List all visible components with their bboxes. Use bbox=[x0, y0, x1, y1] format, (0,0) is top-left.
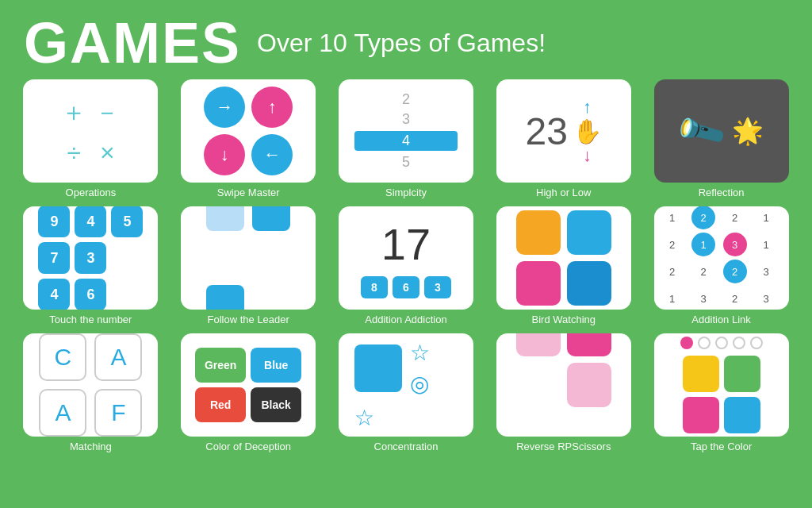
follow-sq5 bbox=[206, 285, 244, 310]
match-A: A bbox=[94, 333, 142, 381]
game-cell-reflection[interactable]: 🔦 🌟 Reflection bbox=[646, 79, 796, 198]
game-cell-reverse-rps[interactable]: Reverse RPScissors bbox=[488, 333, 638, 452]
lc13: 1 bbox=[661, 287, 684, 310]
touch-9: 9 bbox=[38, 206, 70, 237]
follow-sq4 bbox=[252, 239, 290, 277]
lc9: 2 bbox=[661, 260, 684, 283]
game-cell-matching[interactable]: C A A F Matching bbox=[16, 333, 166, 452]
game-cell-swipe-master[interactable]: → ↑ ↓ ← Swipe Master bbox=[174, 79, 324, 198]
game-label-operations: Operations bbox=[66, 187, 117, 198]
tap-sq-yellow bbox=[683, 356, 719, 392]
game-cell-addition-addiction[interactable]: 17 8 6 3 Addition Addiction bbox=[331, 206, 481, 325]
game-card-addition-addiction: 17 8 6 3 bbox=[339, 206, 473, 310]
touch-empty2 bbox=[111, 279, 143, 310]
lc12: 3 bbox=[754, 260, 778, 283]
game-card-reverse-rps bbox=[496, 333, 631, 437]
game-cell-high-or-low[interactable]: 23 ↑ ✋ ↓ High or Low bbox=[488, 79, 638, 198]
swipe-down: ↓ bbox=[204, 134, 245, 175]
game-label-matching: Matching bbox=[70, 441, 112, 452]
game-cell-bird-watching[interactable]: Bird Watching bbox=[488, 206, 638, 325]
game-cell-tap-color[interactable]: Tap the Color bbox=[646, 333, 796, 452]
game-card-high-or-low: 23 ↑ ✋ ↓ bbox=[496, 79, 631, 183]
lc4: 1 bbox=[754, 206, 778, 229]
conc-star-outline: ☆ bbox=[410, 340, 458, 366]
ops-minus: － bbox=[94, 95, 120, 130]
game-cell-simplicity[interactable]: 2 3 4 5 Simplcity bbox=[331, 79, 481, 198]
tap-sq-pink bbox=[683, 397, 719, 433]
conc-circle-outline: ◎ bbox=[410, 371, 458, 397]
sun-icon: 🌟 bbox=[732, 116, 764, 146]
rps-sq1 bbox=[516, 333, 561, 356]
lc16: 3 bbox=[754, 287, 778, 310]
game-card-bird-watching bbox=[496, 206, 631, 310]
lc14: 3 bbox=[691, 287, 715, 310]
follow-sq2 bbox=[252, 206, 290, 231]
game-cell-color-deception[interactable]: Green Blue Red Black Color of Deception bbox=[174, 333, 324, 452]
games-grid: ＋ － ÷ × Operations → ↑ ↓ ← Swipe Master … bbox=[0, 79, 812, 460]
header: GAMES Over 10 Types of Games! bbox=[0, 0, 812, 79]
game-label-color-deception: Color of Deception bbox=[205, 441, 291, 452]
game-card-operations: ＋ － ÷ × bbox=[23, 79, 158, 183]
bird-sq2 bbox=[567, 210, 611, 255]
header-subtitle: Over 10 Types of Games! bbox=[257, 29, 546, 58]
tap-dot5 bbox=[750, 337, 763, 349]
game-cell-concentration[interactable]: ☆ ◎ ☆ Concentration bbox=[331, 333, 481, 452]
bird-sq1 bbox=[516, 210, 561, 255]
lc1: 1 bbox=[661, 206, 684, 229]
ops-times: × bbox=[94, 138, 120, 167]
game-label-tap-color: Tap the Color bbox=[691, 441, 752, 452]
lc7: 3 bbox=[723, 233, 747, 256]
tap-dot1 bbox=[680, 337, 693, 349]
add-8: 8 bbox=[361, 276, 388, 298]
hol-number: 23 bbox=[526, 110, 568, 153]
sim-5: 5 bbox=[402, 154, 410, 171]
touch-6: 6 bbox=[75, 279, 106, 310]
tap-dot2 bbox=[698, 337, 710, 349]
game-card-simplicity: 2 3 4 5 bbox=[339, 79, 473, 183]
follow-sq6 bbox=[252, 285, 290, 310]
game-label-touch-number: Touch the number bbox=[49, 314, 132, 325]
game-card-tap-color bbox=[654, 333, 789, 437]
game-card-swipe-master: → ↑ ↓ ← bbox=[181, 79, 316, 183]
flashlight-icon: 🔦 bbox=[672, 104, 728, 158]
game-label-high-or-low: High or Low bbox=[536, 187, 591, 198]
game-card-reflection: 🔦 🌟 bbox=[654, 79, 789, 183]
game-label-addition-addiction: Addition Addiction bbox=[365, 314, 446, 325]
bird-sq4 bbox=[567, 261, 611, 306]
game-label-reverse-rps: Reverse RPScissors bbox=[516, 441, 611, 452]
rps-sq2 bbox=[567, 333, 611, 356]
game-label-follow-leader: Follow the Leader bbox=[208, 314, 289, 325]
lc5: 2 bbox=[661, 233, 684, 256]
game-label-addition-link: Addition Link bbox=[691, 314, 750, 325]
touch-3: 3 bbox=[75, 242, 106, 274]
game-cell-operations[interactable]: ＋ － ÷ × Operations bbox=[16, 79, 166, 198]
rps-sq4 bbox=[567, 363, 611, 407]
game-label-bird-watching: Bird Watching bbox=[532, 314, 596, 325]
sim-4: 4 bbox=[354, 131, 458, 151]
color-green: Green bbox=[195, 348, 246, 383]
game-cell-addition-link[interactable]: 1 2 2 1 2 1 3 1 2 2 2 3 1 3 2 3 bbox=[646, 206, 796, 325]
rps-sq3 bbox=[516, 363, 561, 407]
tap-sq-blue bbox=[724, 397, 760, 433]
touch-5: 5 bbox=[111, 206, 143, 237]
follow-sq3 bbox=[206, 239, 244, 277]
hol-arrow-down: ↓ bbox=[583, 145, 592, 166]
color-blue: Blue bbox=[251, 348, 301, 383]
add-3: 3 bbox=[424, 276, 451, 298]
lc10: 2 bbox=[691, 260, 715, 283]
match-C: C bbox=[39, 333, 86, 381]
lc8: 1 bbox=[754, 233, 778, 256]
color-black: Black bbox=[251, 387, 301, 422]
add-6: 6 bbox=[393, 276, 419, 298]
sim-3: 3 bbox=[402, 111, 410, 128]
conc-star2: ☆ bbox=[354, 405, 402, 431]
lc3: 2 bbox=[723, 206, 747, 229]
game-label-concentration: Concentration bbox=[374, 441, 439, 452]
game-card-matching: C A A F bbox=[23, 333, 158, 437]
touch-empty bbox=[111, 242, 143, 274]
game-cell-follow-leader[interactable]: Follow the Leader bbox=[174, 206, 324, 325]
lc11: 2 bbox=[723, 260, 747, 283]
hol-hand: ✋ bbox=[573, 117, 602, 145]
game-card-color-deception: Green Blue Red Black bbox=[181, 333, 316, 437]
game-cell-touch-number[interactable]: 9 4 5 7 3 4 6 Touch the number bbox=[16, 206, 166, 325]
